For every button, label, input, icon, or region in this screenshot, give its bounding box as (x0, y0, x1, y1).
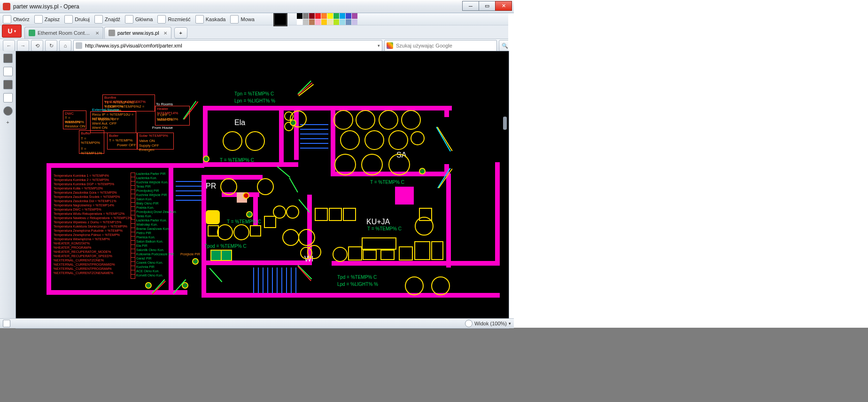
search-box[interactable] (384, 40, 497, 51)
light[interactable] (333, 247, 348, 262)
box-dwc[interactable]: DWC T = %TEMP0% Want ON Resistor ON (63, 110, 86, 129)
palette[interactable] (297, 13, 357, 25)
color-current[interactable] (273, 12, 287, 26)
light[interactable] (300, 247, 312, 259)
notes-icon[interactable] (3, 80, 13, 89)
box-heater[interactable]: Heater %TEMP14% T OFF = %TEMP10% Valve O… (155, 106, 190, 126)
box-line: T = %TEMP0% (81, 136, 104, 145)
pir-sensor[interactable] (192, 258, 199, 265)
tab-label: parter www.isys.pl (117, 30, 159, 36)
light[interactable] (401, 110, 421, 130)
pir-sensor[interactable] (290, 119, 296, 126)
box-buffer[interactable]: Buffer T = %TEMP0% T = %TEMP11% (79, 130, 104, 154)
light[interactable] (411, 131, 425, 145)
light[interactable] (379, 110, 398, 130)
scrollbar-thumb[interactable] (503, 117, 507, 130)
light[interactable] (364, 130, 384, 150)
device[interactable] (380, 250, 395, 260)
search-input[interactable] (395, 42, 495, 49)
box-solar[interactable]: Solar %TEMP9% Valve ON Supply OFF Emerge… (137, 133, 174, 150)
menu-save[interactable]: Zapisz (34, 15, 60, 24)
light[interactable] (334, 154, 356, 175)
new-tab-button[interactable]: + (174, 27, 187, 39)
light[interactable] (286, 205, 299, 219)
add-panel-icon[interactable]: + (4, 119, 12, 128)
light[interactable] (333, 110, 353, 130)
pir-sensor[interactable] (243, 192, 249, 199)
tab-close-icon[interactable]: ✕ (163, 31, 167, 36)
light[interactable] (233, 224, 249, 240)
opera-menu-button[interactable]: U▾ (2, 24, 22, 38)
tile-icon (157, 15, 166, 24)
pir-sensor[interactable] (419, 168, 426, 174)
light[interactable] (356, 110, 375, 130)
device[interactable] (343, 208, 356, 221)
minimize-button[interactable]: ─ (462, 1, 479, 11)
menu-cascade[interactable]: Kaskada (195, 15, 226, 24)
pir-sensor[interactable] (145, 282, 152, 289)
forward-button[interactable]: → (17, 40, 29, 51)
close-button[interactable]: ✕ (495, 1, 512, 11)
rewind-button[interactable]: ⟲ (31, 40, 43, 51)
chevron-down-icon[interactable]: ▾ (509, 321, 511, 326)
light[interactable] (388, 154, 410, 175)
light[interactable] (282, 229, 299, 246)
tab-parter[interactable]: parter www.isys.pl ✕ (104, 27, 171, 39)
legend-swatch (131, 274, 135, 279)
device[interactable] (362, 237, 396, 250)
menu-tile[interactable]: Rozmieść (157, 15, 190, 24)
home-button[interactable]: ⌂ (59, 40, 71, 51)
light[interactable] (220, 178, 237, 195)
light[interactable] (405, 276, 424, 295)
url-input[interactable] (84, 42, 376, 49)
menu-open[interactable]: Otwórz (3, 15, 30, 24)
device[interactable] (208, 225, 219, 236)
light[interactable] (388, 130, 408, 150)
device[interactable] (250, 225, 261, 236)
downloads-icon[interactable] (3, 93, 13, 102)
address-bar[interactable]: ▾ (73, 40, 382, 51)
legend-item: %EXTERNAL_CURRENTZONE% (54, 258, 133, 262)
device[interactable] (329, 208, 342, 221)
device[interactable] (419, 208, 432, 221)
device[interactable] (348, 246, 362, 260)
door-status[interactable] (221, 250, 232, 261)
device[interactable] (399, 246, 413, 260)
history-icon[interactable] (3, 106, 13, 116)
device[interactable] (414, 241, 430, 260)
light[interactable] (217, 224, 233, 240)
zoom-label[interactable]: Widok (100%) (474, 321, 507, 326)
reload-button[interactable]: ↻ (45, 40, 57, 51)
light[interactable] (257, 178, 274, 195)
door-status[interactable] (210, 250, 222, 261)
device[interactable] (264, 216, 276, 228)
pir-sensor[interactable] (203, 156, 209, 162)
title-bar[interactable]: parter www.isys.pl - Opera ─ ▭ ✕ (0, 0, 514, 13)
light[interactable] (223, 131, 242, 151)
device[interactable] (315, 208, 328, 221)
menu-find[interactable]: Znajdź (94, 15, 120, 24)
light[interactable] (298, 229, 315, 246)
legend-item: Temperatura DWC = %TEMP5% (54, 207, 133, 212)
light[interactable] (245, 131, 265, 151)
back-button[interactable]: ← (3, 40, 15, 51)
light[interactable] (361, 154, 383, 175)
tab-ethernet[interactable]: Ethernet Room Control... ✕ (24, 27, 103, 39)
zoom-icon[interactable] (465, 320, 473, 327)
light[interactable] (431, 276, 450, 295)
chevron-down-icon[interactable]: ▾ (378, 43, 380, 48)
light[interactable] (340, 130, 360, 150)
tab-close-icon[interactable]: ✕ (95, 31, 99, 36)
menu-print[interactable]: Drukuj (64, 15, 90, 24)
device[interactable] (431, 241, 443, 260)
bookmark-icon[interactable] (3, 54, 13, 63)
menu-speech[interactable]: Mowa (230, 15, 254, 24)
menu-home[interactable]: Główna (125, 15, 153, 24)
panel-toggle-icon[interactable] (3, 320, 10, 327)
sync-icon[interactable] (3, 67, 13, 76)
device[interactable] (363, 250, 377, 260)
box-boiler[interactable]: Boiler T = %TEMP% Power OFF (107, 133, 137, 150)
maximize-button[interactable]: ▭ (479, 1, 496, 11)
light-on[interactable] (206, 210, 220, 224)
pir-sensor[interactable] (246, 211, 253, 218)
